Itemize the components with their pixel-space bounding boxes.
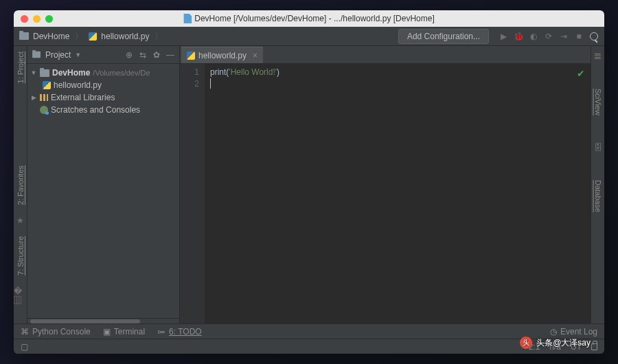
code-content[interactable]: print('Hello World!') — [205, 64, 591, 323]
line-number: 1 — [180, 67, 199, 78]
chevron-right-icon[interactable]: ▶ — [30, 94, 37, 101]
editor-tab[interactable]: helloworld.py × — [181, 47, 263, 63]
line-number: 2 — [180, 78, 199, 90]
locate-icon[interactable]: ⊕ — [124, 50, 134, 60]
todo-icon: ≔ — [157, 327, 165, 337]
add-configuration-button[interactable]: Add Configuration... — [398, 29, 489, 44]
python-file-icon — [183, 14, 192, 23]
project-sidebar: Project ▼ ⊕ ⇆ ✿ — ▼ DevHome /Volumes/dev… — [27, 46, 180, 323]
tool-window-icon[interactable]: ▢ — [21, 342, 28, 352]
status-bar: ▢ 2:1 n/a UT — [14, 339, 604, 354]
python-icon — [187, 52, 195, 60]
event-log-icon: ◷ — [550, 327, 557, 337]
right-tool-strip: 𝌆 SciView 🗄 Database — [591, 46, 604, 323]
gear-icon[interactable]: ✿ — [152, 50, 161, 60]
window-title: DevHome [/Volumes/dev/DevHome] - .../hel… — [183, 14, 434, 23]
favorites-tool-button[interactable]: 2: Favorites — [16, 166, 25, 205]
hide-icon[interactable]: — — [165, 50, 175, 60]
code-token: ) — [277, 67, 279, 77]
search-icon[interactable] — [589, 32, 599, 41]
structure-icon: �⿲ — [14, 286, 27, 306]
tree-file[interactable]: helloworld.py — [27, 79, 179, 91]
structure-tool-button[interactable]: 7: Structure — [16, 236, 25, 275]
caret-position[interactable]: 2:1 — [529, 342, 540, 352]
project-view-label[interactable]: Project — [45, 50, 71, 60]
terminal-button[interactable]: ▣ Terminal — [103, 327, 145, 337]
chevron-down-icon[interactable]: ▼ — [30, 69, 37, 76]
database-tool-button[interactable]: Database — [594, 180, 602, 212]
tree-scratches[interactable]: Scratches and Consoles — [27, 104, 179, 116]
text-cursor — [210, 78, 211, 89]
root-name: DevHome — [52, 68, 90, 78]
code-token: print — [210, 67, 226, 77]
folder-icon — [19, 32, 29, 40]
code-token: 'Hello World!' — [229, 67, 277, 77]
python-icon — [43, 81, 51, 89]
debug-icon[interactable]: 🐞 — [514, 32, 523, 41]
sciview-icon: 𝌆 — [594, 52, 602, 61]
event-log-label: Event Log — [560, 327, 597, 337]
profile-icon[interactable]: ⟳ — [544, 32, 553, 41]
todo-label: 6: TODO — [169, 327, 202, 337]
root-path: /Volumes/dev/De — [93, 69, 150, 77]
line-gutter: 1 2 — [180, 64, 205, 323]
external-label: External Libraries — [51, 93, 115, 102]
folder-icon — [40, 69, 49, 77]
todo-button[interactable]: ≔ 6: TODO — [157, 327, 202, 337]
sciview-tool-button[interactable]: SciView — [594, 89, 602, 115]
star-icon: ★ — [16, 216, 24, 225]
inspection-ok-icon[interactable]: ✔ — [577, 68, 585, 79]
maximize-window-icon[interactable] — [45, 15, 53, 23]
breadcrumb-root[interactable]: DevHome — [33, 32, 69, 41]
database-icon: 🗄 — [594, 143, 602, 152]
editor-tabs: helloworld.py × — [180, 46, 591, 64]
attach-icon[interactable]: ⇥ — [559, 32, 569, 41]
lock-icon[interactable] — [591, 343, 597, 350]
scratches-label: Scratches and Consoles — [51, 105, 140, 115]
console-icon: ⌘ — [21, 327, 29, 337]
minimize-window-icon[interactable] — [33, 15, 41, 23]
close-icon[interactable]: × — [253, 51, 258, 60]
chevron-right-icon: 〉 — [75, 30, 83, 42]
expand-icon[interactable]: ⇆ — [138, 50, 148, 60]
run-icon[interactable]: ▶ — [499, 32, 508, 41]
terminal-label: Terminal — [114, 327, 145, 337]
event-log-button[interactable]: ◷ Event Log — [550, 327, 597, 337]
tab-label: helloworld.py — [198, 51, 247, 60]
encoding[interactable]: UT — [571, 342, 582, 352]
bottom-tool-strip: ⌘ Python Console ▣ Terminal ≔ 6: TODO ◷ … — [14, 323, 604, 339]
terminal-icon: ▣ — [103, 327, 111, 337]
tree-external-libraries[interactable]: ▶ External Libraries — [27, 91, 179, 104]
scratches-icon — [40, 106, 48, 114]
left-tool-strip: 1: Project 2: Favorites ★ 7: Structure �… — [14, 46, 27, 323]
chevron-right-icon: 〉 — [154, 30, 163, 42]
coverage-icon[interactable]: ◐ — [529, 32, 538, 41]
python-console-button[interactable]: ⌘ Python Console — [21, 327, 91, 337]
tree-root[interactable]: ▼ DevHome /Volumes/dev/De — [27, 67, 179, 79]
close-window-icon[interactable] — [21, 15, 28, 23]
dropdown-icon[interactable]: ▼ — [75, 52, 81, 58]
folder-icon — [32, 52, 41, 58]
insert-mode[interactable]: n/a — [549, 342, 561, 352]
window-title-text: DevHome [/Volumes/dev/DevHome] - .../hel… — [194, 14, 434, 23]
library-icon — [40, 94, 48, 101]
code-editor[interactable]: 1 2 print('Hello World!') ✔ — [180, 64, 591, 323]
project-tool-button[interactable]: 1: Project — [16, 52, 25, 83]
horizontal-scrollbar[interactable] — [27, 318, 179, 323]
stop-icon[interactable]: ■ — [574, 32, 584, 41]
file-label: helloworld.py — [54, 80, 102, 90]
navigation-bar: DevHome 〉 helloworld.py 〉 Add Configurat… — [14, 27, 604, 46]
breadcrumb-file[interactable]: helloworld.py — [101, 32, 149, 41]
python-icon — [89, 32, 97, 41]
titlebar: DevHome [/Volumes/dev/DevHome] - .../hel… — [14, 10, 604, 27]
console-label: Python Console — [32, 327, 91, 337]
